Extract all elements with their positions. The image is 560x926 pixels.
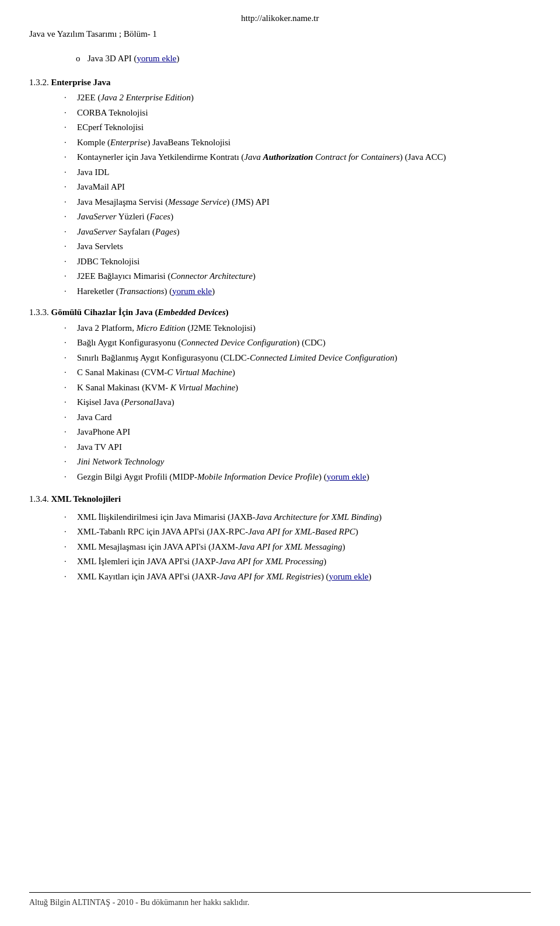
bullet-char: · bbox=[64, 411, 75, 424]
bullet-char: · bbox=[64, 366, 75, 379]
bullet-char: · bbox=[64, 285, 75, 298]
list-item: · JavaPhone API bbox=[29, 425, 531, 439]
bullet-text: Gezgin Bilgi Aygıt Profili (MIDP-Mobile … bbox=[77, 470, 531, 484]
list-item: · Jini Network Technology bbox=[29, 455, 531, 469]
list-item: · J2EE (Java 2 Enterprise Edition) bbox=[29, 91, 531, 104]
bullet-text: XML Mesajlaşması için JAVA API'si (JAXM-… bbox=[77, 540, 531, 554]
list-item: · Kişisel Java (PersonalJava) bbox=[29, 396, 531, 409]
bullet-text: XML Kayıtları için JAVA API'si (JAXR-Jav… bbox=[77, 570, 531, 583]
java3d-section: o Java 3D API (yorum ekle) bbox=[29, 52, 531, 65]
bullet-char: · bbox=[64, 136, 75, 149]
bullet-text: K Sanal Makinası (KVM- K Virtual Machine… bbox=[77, 381, 531, 394]
list-item: · JavaServer Yüzleri (Faces) bbox=[29, 210, 531, 223]
bullet-text: J2EE Bağlayıcı Mimarisi (Connector Archi… bbox=[77, 270, 531, 283]
section-134: 1.3.4. XML Teknolojileri · XML İlişkilen… bbox=[29, 492, 531, 583]
bullet-char: · bbox=[64, 336, 75, 350]
section-133-number: 1.3.3. Gömülü Cihazlar İçin Java (Embedd… bbox=[29, 306, 531, 319]
section-134-number: 1.3.4. XML Teknolojileri bbox=[29, 492, 531, 506]
list-item: · XML Kayıtları için JAVA API'si (JAXR-J… bbox=[29, 570, 531, 583]
bullet-text: Java Card bbox=[77, 411, 531, 424]
list-item: · XML-Tabanlı RPC için JAVA API'si (JAX-… bbox=[29, 525, 531, 539]
list-item: · ECperf Teknolojisi bbox=[29, 121, 531, 134]
section-134-num-label: 1.3.4. bbox=[29, 494, 51, 504]
bullet-char: · bbox=[64, 270, 75, 283]
bullet-char: · bbox=[64, 570, 75, 583]
bullet-char: · bbox=[64, 240, 75, 253]
bullet-char: · bbox=[64, 381, 75, 394]
list-item: · JDBC Teknolojisi bbox=[29, 255, 531, 268]
java3d-yorum-link[interactable]: yorum ekle bbox=[137, 54, 177, 63]
bullet-char: · bbox=[64, 195, 75, 209]
bullet-char: · bbox=[64, 322, 75, 335]
section-132-heading: Enterprise Java bbox=[51, 78, 111, 87]
list-item: · Sınırlı Bağlanmış Aygıt Konfigurasyonu… bbox=[29, 351, 531, 365]
list-item: · C Sanal Makinası (CVM-C Virtual Machin… bbox=[29, 366, 531, 379]
section-132-yorum-link[interactable]: yorum ekle bbox=[172, 286, 212, 296]
bullet-char: · bbox=[64, 455, 75, 469]
section-133-yorum-link[interactable]: yorum ekle bbox=[327, 472, 366, 481]
list-item: · Java IDL bbox=[29, 166, 531, 179]
footer-text: Altuğ Bilgin ALTINTAŞ - 2010 - Bu döküma… bbox=[29, 898, 250, 907]
list-item: · JavaServer Sayfaları (Pages) bbox=[29, 225, 531, 239]
bullet-text: JavaPhone API bbox=[77, 425, 531, 439]
book-title: Java ve Yazılım Tasarımı ; Bölüm- 1 bbox=[29, 27, 531, 41]
bullet-text: J2EE (Java 2 Enterprise Edition) bbox=[77, 91, 531, 104]
section-134-yorum-link[interactable]: yorum ekle bbox=[329, 572, 369, 581]
list-item: · Java Mesajlaşma Servisi (Message Servi… bbox=[29, 195, 531, 209]
bullet-char: · bbox=[64, 151, 75, 164]
section-133-heading: Gömülü Cihazlar İçin Java (Embedded Devi… bbox=[51, 307, 229, 317]
bullet-text: Java Mesajlaşma Servisi (Message Service… bbox=[77, 195, 531, 209]
site-url: http://alikoker.name.tr bbox=[29, 12, 531, 25]
bullet-text: Kişisel Java (PersonalJava) bbox=[77, 396, 531, 409]
list-item: · Bağlı Aygıt Konfigurasyonu (Connected … bbox=[29, 336, 531, 350]
bullet-char: · bbox=[64, 225, 75, 239]
bullet-char: · bbox=[64, 396, 75, 409]
java3d-text: Java 3D API (yorum ekle) bbox=[88, 52, 179, 65]
bullet-text: JDBC Teknolojisi bbox=[77, 255, 531, 268]
bullet-text: C Sanal Makinası (CVM-C Virtual Machine) bbox=[77, 366, 531, 379]
bullet-char: · bbox=[64, 255, 75, 268]
bullet-char: · bbox=[64, 210, 75, 223]
bullet-char: · bbox=[64, 540, 75, 554]
bullet-text: JavaServer Yüzleri (Faces) bbox=[77, 210, 531, 223]
list-item: · Komple (Enterprise) JavaBeans Teknoloj… bbox=[29, 136, 531, 149]
section-132: 1.3.2. Enterprise Java · J2EE (Java 2 En… bbox=[29, 76, 531, 298]
list-item: · Java 2 Platform, Micro Edition (J2ME T… bbox=[29, 322, 531, 335]
bullet-text: JavaMail API bbox=[77, 180, 531, 194]
list-item: · XML Mesajlaşması için JAVA API'si (JAX… bbox=[29, 540, 531, 554]
bullet-char: · bbox=[64, 511, 75, 524]
list-item: · Kontaynerler için Java Yetkilendirme K… bbox=[29, 151, 531, 164]
bullet-text: Hareketler (Transactions) (yorum ekle) bbox=[77, 285, 531, 298]
bullet-char: · bbox=[64, 425, 75, 439]
bullet-text: CORBA Teknolojisi bbox=[77, 106, 531, 120]
list-item: · XML İlişkilendirilmesi için Java Mimar… bbox=[29, 511, 531, 524]
list-item: · Hareketler (Transactions) (yorum ekle) bbox=[29, 285, 531, 298]
bullet-text: Java TV API bbox=[77, 441, 531, 454]
bullet-char: · bbox=[64, 470, 75, 484]
bullet-text: JavaServer Sayfaları (Pages) bbox=[77, 225, 531, 239]
bullet-text: Bağlı Aygıt Konfigurasyonu (Connected De… bbox=[77, 336, 531, 350]
list-item: · Java Servlets bbox=[29, 240, 531, 253]
java3d-bullet: o bbox=[76, 52, 88, 65]
list-item: · Java TV API bbox=[29, 441, 531, 454]
bullet-char: · bbox=[64, 555, 75, 568]
section-133: 1.3.3. Gömülü Cihazlar İçin Java (Embedd… bbox=[29, 306, 531, 483]
bullet-text: Java 2 Platform, Micro Edition (J2ME Tek… bbox=[77, 322, 531, 335]
section-132-number: 1.3.2. Enterprise Java bbox=[29, 76, 531, 89]
section-133-num-label: 1.3.3. bbox=[29, 307, 51, 317]
list-item: · XML İşlemleri için JAVA API'si (JAXP-J… bbox=[29, 555, 531, 568]
bullet-char: · bbox=[64, 91, 75, 104]
bullet-char: · bbox=[64, 351, 75, 365]
list-item: · Java Card bbox=[29, 411, 531, 424]
bullet-text: ECperf Teknolojisi bbox=[77, 121, 531, 134]
list-item: · JavaMail API bbox=[29, 180, 531, 194]
bullet-char: · bbox=[64, 525, 75, 539]
list-item: · Gezgin Bilgi Aygıt Profili (MIDP-Mobil… bbox=[29, 470, 531, 484]
list-item: · CORBA Teknolojisi bbox=[29, 106, 531, 120]
bullet-char: · bbox=[64, 441, 75, 454]
list-item: · K Sanal Makinası (KVM- K Virtual Machi… bbox=[29, 381, 531, 394]
list-item: · J2EE Bağlayıcı Mimarisi (Connector Arc… bbox=[29, 270, 531, 283]
section-134-heading: XML Teknolojileri bbox=[51, 494, 121, 504]
footer: Altuğ Bilgin ALTINTAŞ - 2010 - Bu döküma… bbox=[29, 892, 531, 908]
bullet-text: XML İşlemleri için JAVA API'si (JAXP-Jav… bbox=[77, 555, 531, 568]
